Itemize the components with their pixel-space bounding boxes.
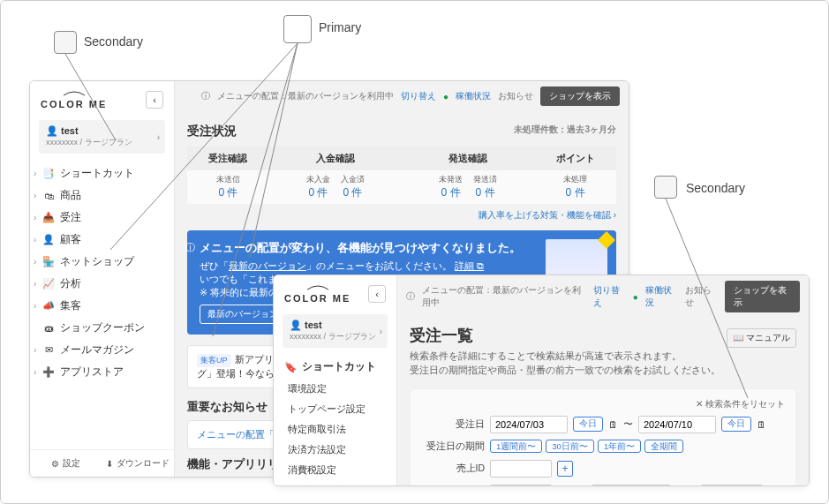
status-count[interactable]: 0 件 — [566, 186, 585, 199]
sidebar-item-分析[interactable]: 📈分析 — [30, 273, 174, 295]
period-pill[interactable]: 30日前〜 — [546, 440, 594, 453]
status-count[interactable]: 0 件 — [218, 186, 237, 199]
chevron-right-icon: › — [380, 327, 382, 336]
search-panel: ✕ 検索条件をリセット 受注日 今日🗓 〜 今日🗓 受注日の期間 1週間前〜30… — [410, 388, 796, 486]
row-period: 受注日の期間 1週間前〜30日前〜1年前〜全期間 — [421, 440, 785, 453]
settings-link[interactable]: ⚙設定 — [30, 450, 102, 477]
orders-section-title: 受注状況 未処理件数：過去3ヶ月分 — [187, 124, 616, 139]
secondary-swatch-2 — [654, 176, 677, 199]
date-from-input[interactable] — [490, 416, 568, 433]
reset-search-button[interactable]: ✕ 検索条件をリセット — [696, 399, 785, 409]
primary-swatch — [283, 15, 312, 43]
sidebar-item-商品[interactable]: 🛍商品 — [30, 184, 174, 207]
row-product: 商品ID 商品名 型番 — [421, 485, 785, 486]
period-pill[interactable]: 1年前〜 — [598, 440, 641, 453]
shortcut-item[interactable]: 環境設定 — [274, 379, 396, 399]
shop-switcher[interactable]: 👤 test xxxxxxxx / ラージプラン › — [39, 120, 165, 154]
info-icon: ⓘ — [406, 290, 415, 303]
status-count[interactable]: 0 件 — [308, 186, 328, 199]
nav-icon: ✉ — [42, 344, 55, 356]
sidebar-nav: 📑ショートカット🛍商品📥受注👤顧客🏪ネットショップ📈分析📣集客🎟ショップクーポン… — [30, 161, 174, 385]
topbar: ⓘ メニューの配置：最新のバージョンを利用中 切り替え ● 稼働状況 お知らせ … — [175, 81, 629, 111]
add-sales-id-button[interactable]: + — [557, 461, 573, 477]
sales-id-input[interactable] — [490, 460, 552, 478]
model-input[interactable] — [701, 485, 763, 486]
shortcut-list: 環境設定トップページ設定特定商取引法決済方法設定消費税設定配送方法設定メール内容… — [274, 377, 396, 486]
gear-icon: ⚙ — [51, 459, 59, 469]
calendar-icon[interactable]: 🗓 — [757, 419, 766, 430]
nav-icon: 📈 — [42, 278, 55, 290]
status-link[interactable]: 稼働状況 — [456, 90, 491, 102]
view-shop-button[interactable]: ショップを表示 — [725, 281, 800, 312]
shortcut-item[interactable]: トップページ設定 — [274, 399, 396, 419]
download-icon: ⬇ — [106, 459, 113, 469]
status-link[interactable]: 稼働状況 — [645, 284, 678, 309]
sidebar-item-ネットショップ[interactable]: 🏪ネットショップ — [30, 251, 174, 273]
banner-latest-link[interactable]: 最新のバージョン — [229, 260, 306, 271]
banner-detail-link[interactable]: 詳細 ⧉ — [455, 260, 484, 271]
news-link[interactable]: お知らせ — [685, 284, 718, 309]
app-window-orders: COLOR ME ‹ 👤 test xxxxxxxx / ラージプラン › 🔖シ… — [273, 275, 810, 486]
status-ok-icon: ● — [633, 292, 638, 302]
view-shop-button[interactable]: ショップを表示 — [540, 87, 620, 106]
shop-switcher[interactable]: 👤 test xxxxxxxx / ラージプラン › — [283, 314, 388, 348]
row-sales-id: 売上ID + — [421, 460, 785, 478]
calendar-icon[interactable]: 🗓 — [608, 419, 618, 430]
sidebar-collapse-button[interactable]: ‹ — [146, 91, 163, 109]
manual-link[interactable]: 📖 マニュアル — [727, 328, 796, 348]
date-to-input[interactable] — [638, 416, 716, 433]
shortcut-item[interactable]: 配送方法設定 — [274, 480, 396, 486]
status-count[interactable]: 0 件 — [441, 186, 461, 199]
main-area: ⓘ メニューの配置：最新のバージョンを利用中 切り替え ● 稼働状況 お知らせ … — [397, 275, 809, 485]
secondary-label-1: Secondary — [84, 34, 143, 49]
version-switch-link[interactable]: 切り替え — [401, 90, 436, 102]
shortcut-item[interactable]: 消費税設定 — [274, 460, 396, 480]
news-link[interactable]: お知らせ — [498, 90, 533, 102]
status-count[interactable]: 0 件 — [343, 186, 362, 199]
nav-icon: 📥 — [42, 212, 55, 223]
today-from-button[interactable]: 今日 — [573, 417, 603, 432]
row-order-date: 受注日 今日🗓 〜 今日🗓 — [421, 416, 785, 433]
status-count[interactable]: 0 件 — [476, 186, 495, 199]
product-name-input[interactable] — [592, 485, 671, 486]
conversion-link[interactable]: 購入率を上げる対策・機能を確認 › — [479, 210, 616, 220]
nav-icon: 🏪 — [42, 256, 55, 267]
banner-thumbnail — [546, 239, 607, 278]
sidebar-item-顧客[interactable]: 👤顧客 — [30, 229, 174, 251]
nav-icon: 🛍 — [42, 191, 55, 201]
version-switch-link[interactable]: 切り替え — [593, 284, 626, 309]
sidebar-item-集客[interactable]: 📣集客 — [30, 295, 174, 317]
topbar: ⓘ メニューの配置：最新のバージョンを利用中 切り替え ● 稼働状況 お知らせ … — [397, 275, 809, 318]
period-pill[interactable]: 全期間 — [644, 440, 683, 453]
sidebar-item-受注[interactable]: 📥受注 — [30, 207, 174, 229]
order-status-table: 受注確認入金確認発送確認ポイント 未送信0 件未入金0 件入金済0 件未発送0 … — [187, 147, 616, 204]
sidebar-collapse-button[interactable]: ‹ — [368, 285, 386, 303]
nav-icon: 📑 — [42, 168, 55, 179]
product-id-input[interactable] — [490, 485, 552, 486]
bookmark-icon: 🔖 — [284, 361, 297, 373]
brand-logo: COLOR ME — [284, 284, 350, 304]
chevron-right-icon: › — [157, 132, 160, 142]
sidebar: COLOR ME ‹ 👤 test xxxxxxxx / ラージプラン › 🔖シ… — [274, 275, 397, 485]
sidebar-item-アプリストア[interactable]: ➕アプリストア — [30, 361, 174, 383]
sidebar-item-メールマガジン[interactable]: ✉メールマガジン — [30, 339, 174, 361]
download-link[interactable]: ⬇ダウンロード — [102, 450, 175, 477]
shortcut-item[interactable]: 決済方法設定 — [274, 440, 396, 460]
secondary-swatch-1 — [54, 31, 77, 54]
today-to-button[interactable]: 今日 — [721, 417, 751, 432]
nav-icon: 🎟 — [42, 323, 55, 334]
nav-icon: 📣 — [42, 300, 55, 312]
shortcut-heading: 🔖ショートカット — [274, 355, 396, 377]
sidebar-item-ショップクーポン[interactable]: 🎟ショップクーポン — [30, 317, 174, 339]
nav-icon: ➕ — [42, 366, 55, 378]
brand-logo: COLOR ME — [41, 90, 107, 109]
info-icon: ⓘ — [201, 90, 210, 102]
shortcut-item[interactable]: 特定商取引法 — [274, 419, 396, 440]
info-icon: ⓘ — [185, 241, 195, 254]
nav-icon: 👤 — [42, 234, 55, 245]
sidebar: COLOR ME ‹ 👤 test xxxxxxxx / ラージプラン › 📑シ… — [30, 81, 175, 477]
status-ok-icon: ● — [443, 92, 448, 102]
secondary-label-2: Secondary — [686, 181, 745, 195]
period-pill[interactable]: 1週間前〜 — [490, 440, 542, 453]
sidebar-item-ショートカット[interactable]: 📑ショートカット — [30, 162, 174, 184]
